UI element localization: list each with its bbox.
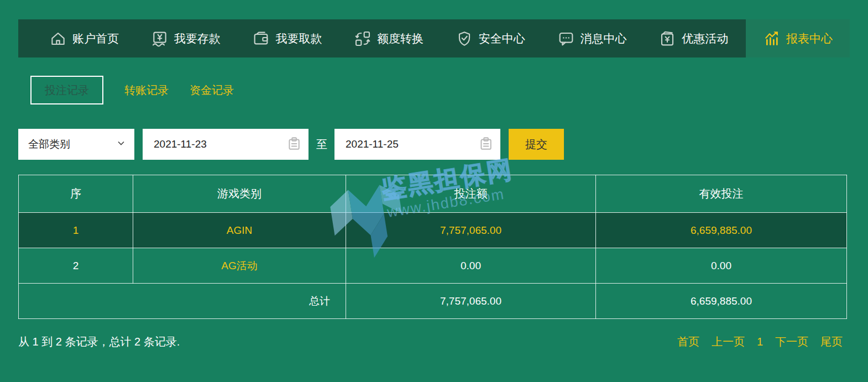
security-shield-icon bbox=[456, 30, 473, 48]
nav-item-label: 报表中心 bbox=[786, 31, 833, 46]
nav-item-account-home[interactable]: 账户首页 bbox=[35, 19, 133, 57]
cell-valid: 0.00 bbox=[596, 248, 847, 284]
nav-item-message-center[interactable]: 消息中心 bbox=[543, 19, 641, 57]
nav-item-withdraw[interactable]: 我要取款 bbox=[238, 19, 336, 57]
cell-bet: 0.00 bbox=[346, 248, 596, 284]
date-range-to-label: 至 bbox=[316, 129, 327, 160]
column-header-no: 序 bbox=[19, 175, 133, 213]
cell-bet: 7,757,065.00 bbox=[346, 213, 596, 248]
submit-button[interactable]: 提交 bbox=[509, 129, 564, 160]
tab-fund-records[interactable]: 资金记录 bbox=[190, 83, 234, 98]
category-select-value: 全部类别 bbox=[28, 137, 70, 151]
chevron-down-icon bbox=[116, 138, 127, 151]
report-chart-icon bbox=[763, 30, 781, 48]
nav-item-label: 我要存款 bbox=[174, 31, 221, 46]
date-to-value: 2021-11-25 bbox=[346, 138, 399, 150]
nav-item-label: 消息中心 bbox=[581, 31, 627, 46]
filter-bar: 全部类别 2021-11-23 至 2021-11-25 提交 bbox=[0, 129, 868, 160]
category-select[interactable]: 全部类别 bbox=[18, 129, 134, 160]
table-header-row: 序 游戏类别 投注额 有效投注 bbox=[19, 175, 847, 213]
date-to-input[interactable]: 2021-11-25 bbox=[334, 129, 500, 160]
deposit-icon bbox=[151, 30, 169, 48]
pagination-last[interactable]: 尾页 bbox=[820, 332, 843, 352]
date-from-input[interactable]: 2021-11-23 bbox=[143, 129, 308, 160]
records-summary: 从 1 到 2 条记录，总计 2 条记录. bbox=[18, 332, 180, 352]
cell-no: 1 bbox=[19, 213, 133, 248]
date-from-value: 2021-11-23 bbox=[154, 138, 207, 150]
nav-item-report-center[interactable]: 报表中心 bbox=[746, 19, 850, 57]
nav-item-label: 额度转换 bbox=[377, 31, 423, 46]
nav-item-label: 账户首页 bbox=[72, 31, 119, 46]
record-tabs: 投注记录 转账记录 资金记录 bbox=[30, 76, 234, 104]
quota-swap-icon bbox=[354, 30, 372, 48]
nav-item-label: 我要取款 bbox=[275, 31, 322, 46]
tab-bet-records[interactable]: 投注记录 bbox=[30, 76, 103, 104]
cell-valid: 6,659,885.00 bbox=[596, 213, 847, 248]
pagination-page-1[interactable]: 1 bbox=[757, 332, 763, 352]
withdraw-wallet-icon bbox=[252, 30, 270, 48]
table-row: 1 AGIN 7,757,065.00 6,659,885.00 bbox=[19, 213, 847, 248]
pagination-prev[interactable]: 上一页 bbox=[712, 332, 745, 352]
nav-item-deposit[interactable]: 我要存款 bbox=[137, 19, 235, 57]
nav-item-promotions[interactable]: 优惠活动 bbox=[644, 19, 742, 57]
nav-item-label: 安全中心 bbox=[479, 31, 525, 46]
bet-report-table: 序 游戏类别 投注额 有效投注 1 AGIN 7,757,065.00 6,65… bbox=[18, 175, 847, 319]
calendar-icon bbox=[286, 136, 301, 153]
table-total-row: 总计 7,757,065.00 6,659,885.00 bbox=[19, 284, 847, 319]
nav-item-label: 优惠活动 bbox=[682, 31, 728, 46]
home-icon bbox=[49, 30, 67, 48]
pagination: 首页 上一页 1 下一页 尾页 bbox=[677, 332, 843, 352]
cell-no: 2 bbox=[19, 248, 133, 284]
total-bet: 7,757,065.00 bbox=[346, 284, 596, 319]
column-header-bet-amount: 投注额 bbox=[346, 175, 596, 213]
nav-item-quota-transfer[interactable]: 额度转换 bbox=[339, 19, 438, 57]
message-bubble-icon bbox=[557, 30, 575, 48]
cell-game: AGIN bbox=[133, 213, 346, 248]
total-valid: 6,659,885.00 bbox=[596, 284, 847, 319]
table-row: 2 AG活动 0.00 0.00 bbox=[19, 248, 847, 284]
promo-envelope-icon bbox=[658, 30, 676, 48]
column-header-game-category: 游戏类别 bbox=[133, 175, 346, 213]
cell-game: AG活动 bbox=[133, 248, 346, 284]
calendar-icon bbox=[478, 136, 493, 153]
top-navbar: 账户首页 我要存款 我要取款 额度转换 安全中心 消息中心 优惠 bbox=[18, 19, 850, 57]
tab-transfer-records[interactable]: 转账记录 bbox=[124, 83, 169, 98]
pagination-first[interactable]: 首页 bbox=[677, 332, 699, 352]
column-header-valid-bet: 有效投注 bbox=[596, 175, 847, 213]
pagination-next[interactable]: 下一页 bbox=[775, 332, 808, 352]
nav-item-security-center[interactable]: 安全中心 bbox=[441, 19, 540, 57]
total-label: 总计 bbox=[19, 284, 346, 319]
